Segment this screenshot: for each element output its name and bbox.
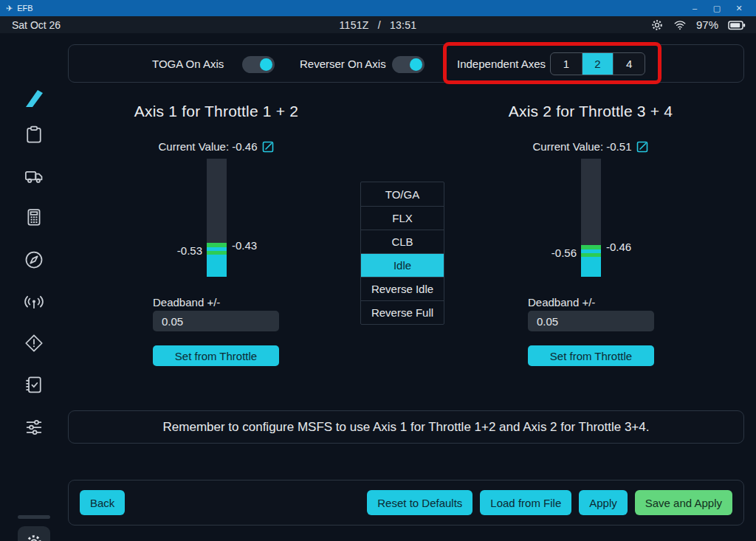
utc-time: 1151Z xyxy=(340,19,369,31)
calculator-icon[interactable] xyxy=(24,207,44,227)
toggle-knob xyxy=(410,58,422,71)
clipboard-icon[interactable] xyxy=(24,124,44,145)
detent-list: TO/GA FLX CLB Idle Reverse Idle Reverse … xyxy=(360,182,444,325)
axis2-title: Axis 2 for Throttle 3 + 4 xyxy=(443,103,738,120)
info-message: Remember to configure MSFS to use Axis 1… xyxy=(163,420,650,435)
options-panel: TOGA On Axis Reverser On Axis Independen… xyxy=(68,44,744,83)
independent-axes-label: Independent Axes xyxy=(457,58,546,70)
independent-axes-selector: 1 2 4 xyxy=(550,52,645,75)
detent-item[interactable]: CLB xyxy=(361,230,444,253)
axes-option[interactable]: 2 xyxy=(583,53,614,75)
sliders-icon[interactable] xyxy=(24,417,44,438)
axis2-deadband-label: Deadband +/- xyxy=(528,296,595,309)
sidebar-divider xyxy=(18,515,50,519)
back-button[interactable]: Back xyxy=(80,490,125,515)
detent-item[interactable]: TO/GA xyxy=(361,182,444,206)
footer-panel: Back Reset to Defaults Load from File Ap… xyxy=(68,480,744,526)
reverser-on-axis-toggle[interactable] xyxy=(392,56,425,73)
apply-button[interactable]: Apply xyxy=(579,490,628,515)
sidebar-item-settings[interactable] xyxy=(18,526,50,541)
detent-item[interactable]: Idle xyxy=(361,253,444,277)
axes-option[interactable]: 4 xyxy=(614,53,645,75)
edit-icon[interactable] xyxy=(262,141,274,153)
axis1-set-from-throttle-button[interactable]: Set from Throttle xyxy=(153,345,279,366)
minimize-button[interactable]: – xyxy=(684,4,706,13)
battery-percent: 97% xyxy=(696,18,718,31)
axis1-deadband-input[interactable] xyxy=(153,311,279,331)
window-titlebar: ✈ EFB – ▢ ✕ xyxy=(0,0,756,16)
fenix-wing-logo-icon[interactable] xyxy=(22,86,46,110)
axis2-low-label: -0.56 xyxy=(529,247,577,259)
gear-icon xyxy=(24,533,44,541)
toggle-knob xyxy=(260,58,272,71)
load-from-file-button[interactable]: Load from File xyxy=(480,490,571,515)
detent-item[interactable]: Reverse Full xyxy=(361,300,444,324)
checklist-icon[interactable] xyxy=(24,374,44,395)
bar-fill xyxy=(207,255,227,277)
axis2-high-label: -0.46 xyxy=(606,241,653,253)
status-bar: Sat Oct 26 1151Z/13:51 97% xyxy=(0,16,756,33)
local-time: 13:51 xyxy=(390,19,417,31)
axis1-current-value: Current Value: -0.46 xyxy=(69,140,364,153)
detent-item[interactable]: Reverse Idle xyxy=(361,277,444,300)
settings-gear-icon[interactable] xyxy=(650,18,664,32)
window-title: EFB xyxy=(17,4,32,13)
axis2-slider-bar[interactable] xyxy=(581,159,601,277)
compass-icon[interactable] xyxy=(24,249,44,270)
axis1-high-label: -0.43 xyxy=(232,239,279,252)
axis1-title: Axis 1 for Throttle 1 + 2 xyxy=(69,103,364,120)
battery-icon xyxy=(728,18,746,32)
time-separator: / xyxy=(378,19,381,31)
app-icon: ✈ xyxy=(6,4,13,13)
status-date: Sat Oct 26 xyxy=(0,19,162,31)
axis2-current-value-text: Current Value: -0.51 xyxy=(533,140,632,153)
axis1-deadband-label: Deadband +/- xyxy=(153,296,220,309)
reset-to-defaults-button[interactable]: Reset to Defaults xyxy=(367,490,472,515)
axis1-low-label: -0.53 xyxy=(155,244,202,257)
toga-on-axis-toggle[interactable] xyxy=(242,56,275,73)
warning-diamond-icon[interactable] xyxy=(24,333,44,354)
detent-item[interactable]: FLX xyxy=(361,206,444,230)
sidebar xyxy=(0,33,68,541)
wifi-icon xyxy=(673,18,687,32)
truck-icon[interactable] xyxy=(24,165,44,186)
bar-fill xyxy=(581,257,601,277)
axis1-slider-bar[interactable] xyxy=(207,159,227,277)
axes-option[interactable]: 1 xyxy=(551,53,583,75)
axis2-deadband-input[interactable] xyxy=(528,311,654,331)
axis2-current-value: Current Value: -0.51 xyxy=(443,140,738,153)
maximize-button[interactable]: ▢ xyxy=(706,4,728,13)
edit-icon[interactable] xyxy=(636,141,648,153)
status-clock: 1151Z/13:51 xyxy=(162,19,594,31)
info-panel: Remember to configure MSFS to use Axis 1… xyxy=(68,410,744,444)
reverser-on-axis-label: Reverser On Axis xyxy=(300,58,386,70)
axis2-set-from-throttle-button[interactable]: Set from Throttle xyxy=(528,345,654,366)
radio-tower-icon[interactable] xyxy=(24,292,44,312)
close-button[interactable]: ✕ xyxy=(728,4,750,13)
toga-on-axis-label: TOGA On Axis xyxy=(152,58,224,70)
axis1-current-value-text: Current Value: -0.46 xyxy=(159,140,258,153)
save-and-apply-button[interactable]: Save and Apply xyxy=(635,490,732,515)
